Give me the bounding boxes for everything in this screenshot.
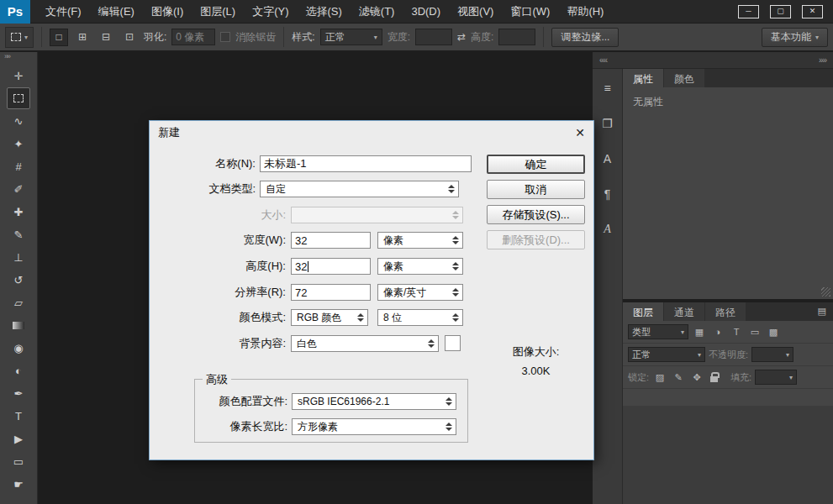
hand-tool-button[interactable]: ☛ — [7, 473, 30, 495]
cancel-button[interactable]: 取消 — [487, 180, 585, 199]
menu-file[interactable]: 文件(F) — [37, 0, 90, 23]
close-window-button[interactable]: ✕ — [802, 5, 823, 18]
workspace-switcher[interactable]: 基本功能 ▾ — [762, 28, 828, 47]
tool-preset-button[interactable]: ▾ — [5, 27, 34, 48]
pixel-aspect-select[interactable]: 方形像素 — [292, 418, 456, 435]
width-input[interactable]: 32 — [291, 232, 371, 249]
menu-type[interactable]: 文字(Y) — [244, 0, 297, 23]
minimize-button[interactable]: ─ — [738, 5, 759, 18]
dock-collapse-right-icon[interactable]: »» — [819, 55, 826, 65]
history-brush-tool-button[interactable]: ↺ — [7, 269, 30, 291]
history-panel-icon[interactable]: ≡ — [597, 77, 619, 99]
height-input[interactable]: 32 — [291, 258, 371, 275]
tab-channels[interactable]: 通道 — [664, 302, 704, 321]
lock-all-icon[interactable] — [710, 376, 718, 382]
rectangular-marquee-tool-button[interactable] — [7, 87, 30, 109]
gradient-tool-button[interactable] — [7, 314, 30, 336]
eyedropper-tool-button[interactable]: ✐ — [7, 178, 30, 200]
lasso-tool-button[interactable]: ∿ — [7, 110, 30, 132]
maximize-button[interactable]: ▢ — [770, 5, 791, 18]
height-unit-select[interactable]: 像素 — [377, 258, 463, 275]
tab-paths[interactable]: 路径 — [705, 302, 746, 321]
character-styles-panel-icon[interactable]: A — [597, 218, 619, 240]
lock-pixels-icon[interactable]: ✎ — [671, 370, 686, 385]
lock-transparency-icon[interactable]: ▨ — [652, 370, 667, 385]
fill-select[interactable]: ▾ — [755, 370, 797, 385]
paragraph-panel-icon[interactable]: ¶ — [597, 183, 619, 205]
dialog-titlebar[interactable]: 新建 ✕ — [150, 121, 593, 144]
quick-selection-tool-button[interactable]: ✦ — [7, 133, 30, 155]
clone-stamp-tool-button[interactable]: ⊥ — [7, 246, 30, 268]
resolution-input[interactable]: 72 — [291, 284, 371, 301]
antialias-checkbox[interactable] — [220, 32, 230, 42]
height-input[interactable] — [498, 29, 535, 45]
panel-menu-icon[interactable]: ▤ — [811, 302, 833, 321]
dock-collapse-left-icon[interactable]: «« — [599, 55, 607, 65]
eraser-tool-button[interactable]: ▱ — [7, 291, 30, 313]
filter-smart-object-icon[interactable]: ▩ — [766, 324, 781, 339]
background-select[interactable]: 白色 — [291, 335, 439, 352]
intersect-selection-button[interactable]: ⊡ — [120, 29, 139, 46]
fill-label: 填充: — [730, 371, 751, 384]
save-preset-button[interactable]: 存储预设(S)... — [487, 205, 585, 224]
filter-adjustment-icon[interactable]: ◑ — [710, 324, 725, 339]
move-tool-button[interactable]: ✛ — [7, 65, 30, 87]
chevron-down-icon: ▾ — [24, 34, 28, 41]
menu-3d[interactable]: 3D(D) — [403, 0, 449, 23]
menu-layer[interactable]: 图层(L) — [192, 0, 244, 23]
opacity-select[interactable]: ▾ — [751, 347, 793, 362]
resolution-unit-select[interactable]: 像素/英寸 — [377, 284, 463, 301]
menu-bar: Ps 文件(F) 编辑(E) 图像(I) 图层(L) 文字(Y) 选择(S) 滤… — [0, 0, 833, 24]
document-type-select[interactable]: 自定 — [260, 181, 459, 197]
subtract-selection-button[interactable]: ⊟ — [97, 29, 115, 46]
styles-panel-icon[interactable]: ❐ — [597, 113, 619, 134]
rectangle-icon: ▭ — [13, 455, 24, 468]
menu-filter[interactable]: 滤镜(T) — [351, 0, 403, 23]
crop-tool-button[interactable]: # — [7, 155, 30, 177]
blur-tool-button[interactable]: ◉ — [7, 337, 30, 359]
panel-resize-grip[interactable] — [821, 287, 830, 297]
name-input[interactable]: 未标题-1 — [260, 155, 472, 172]
lock-position-icon[interactable]: ✥ — [689, 370, 704, 385]
filter-image-icon[interactable]: ▦ — [692, 324, 707, 339]
width-unit-select[interactable]: 像素 — [377, 232, 463, 249]
swap-dimensions-icon[interactable]: ⇄ — [457, 31, 466, 43]
add-selection-button[interactable]: ⊞ — [73, 29, 92, 46]
properties-empty-text: 无属性 — [623, 87, 833, 117]
menu-view[interactable]: 视图(V) — [449, 0, 502, 23]
refine-edge-button[interactable]: 调整边缘... — [551, 28, 619, 47]
filter-type-icon[interactable]: T — [729, 324, 744, 339]
rectangle-tool-button[interactable]: ▭ — [7, 450, 30, 472]
tab-properties[interactable]: 属性 — [623, 69, 663, 87]
new-selection-button[interactable]: □ — [50, 29, 68, 46]
bit-depth-select[interactable]: 8 位 — [377, 309, 463, 326]
layer-filter-select[interactable]: 类型 ▾ — [628, 324, 688, 339]
tab-layers[interactable]: 图层 — [623, 302, 663, 321]
layers-panel: 图层 通道 路径 ▤ 类型 ▾ ▦ ◑ T ▭ ▩ 正常 ▾ 不透明度: ▾ — [623, 302, 833, 504]
path-selection-tool-button[interactable]: ▶ — [7, 428, 30, 449]
blend-mode-select[interactable]: 正常 ▾ — [628, 347, 705, 362]
menu-edit[interactable]: 编辑(E) — [90, 0, 143, 23]
width-input[interactable] — [415, 29, 452, 45]
menu-window[interactable]: 窗口(W) — [502, 0, 558, 23]
dodge-tool-button[interactable]: ◐ — [7, 360, 30, 381]
color-profile-select[interactable]: sRGB IEC61966-2.1 — [292, 393, 456, 410]
background-color-swatch[interactable] — [445, 335, 461, 351]
menu-select[interactable]: 选择(S) — [297, 0, 350, 23]
dialog-close-button[interactable]: ✕ — [575, 126, 585, 139]
filter-shape-icon[interactable]: ▭ — [747, 324, 762, 339]
feather-input[interactable]: 0 像素 — [171, 29, 215, 45]
menu-image[interactable]: 图像(I) — [143, 0, 192, 23]
healing-brush-tool-button[interactable]: ✚ — [7, 201, 30, 223]
tab-color[interactable]: 颜色 — [664, 69, 704, 87]
toolbar-collapse-icon[interactable]: »» — [0, 52, 37, 64]
color-mode-select[interactable]: RGB 颜色 — [291, 309, 368, 326]
style-select[interactable]: 正常 ▾ — [320, 29, 382, 45]
pen-tool-button[interactable]: ✒ — [7, 382, 30, 404]
character-panel-icon[interactable]: A — [597, 148, 619, 170]
brush-tool-button[interactable]: ✎ — [7, 223, 30, 245]
menu-help[interactable]: 帮助(H) — [558, 0, 612, 23]
ok-button[interactable]: 确定 — [487, 155, 585, 174]
brush-icon: ✎ — [14, 228, 24, 241]
type-tool-button[interactable]: T — [7, 405, 30, 427]
